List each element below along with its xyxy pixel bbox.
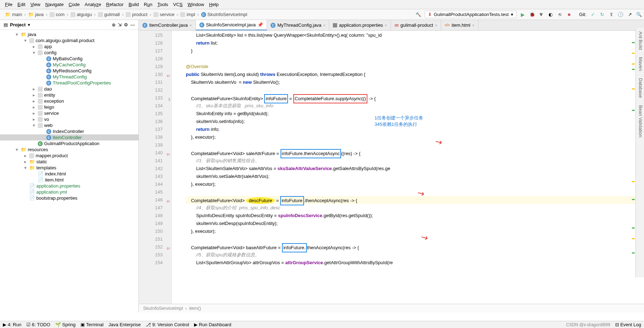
- code-editor[interactable]: 125 126 127 128 129 130o↑ 131 132 133λ 1…: [139, 31, 644, 304]
- error-stripe[interactable]: [631, 39, 635, 274]
- editor-tabs: CItemController.java× CSkuInfoServiceImp…: [139, 20, 644, 31]
- crumb-main[interactable]: 📁main: [2, 11, 25, 18]
- crumb-atguigu[interactable]: atguigu: [68, 11, 95, 18]
- override-icon[interactable]: o↑: [166, 72, 171, 77]
- bean-validation-tab[interactable]: Bean Validation: [637, 105, 643, 137]
- override-icon[interactable]: o↑: [166, 245, 171, 250]
- run-config-selector[interactable]: ⬇GulimallProductApplicationTests.test▾: [425, 11, 517, 18]
- status-terminal[interactable]: ▣ Terminal: [80, 322, 104, 327]
- locate-icon[interactable]: ⊕: [112, 22, 116, 27]
- vcs-new-icon[interactable]: ↗: [627, 12, 633, 17]
- project-tree[interactable]: ▾📁java ▾com.atguigu.gulimall.product ▸ap…: [0, 30, 138, 312]
- expand-icon[interactable]: ⇲: [118, 22, 122, 27]
- crumb-com[interactable]: com: [47, 11, 68, 18]
- database-tab[interactable]: Database: [637, 78, 643, 98]
- build-icon[interactable]: 🔨: [415, 12, 421, 17]
- crumb-file[interactable]: CSkuInfoServiceImpl: [198, 11, 250, 18]
- menu-edit[interactable]: Edit: [15, 1, 27, 8]
- crumb-product[interactable]: product: [123, 11, 150, 18]
- menu-window[interactable]: Window: [185, 1, 206, 8]
- menu-help[interactable]: Help: [207, 1, 221, 8]
- git-label: Git:: [579, 12, 586, 17]
- main-menu: FFileile Edit View Navigate Code Analyze…: [0, 0, 644, 9]
- tab-mythreadconfig[interactable]: CMyThreadConfig.java×: [267, 20, 329, 30]
- crumb-service[interactable]: service: [151, 11, 177, 18]
- tab-itemhtml[interactable]: </>item.html×: [441, 20, 478, 30]
- watermark: CSDN @x-dragon8899: [566, 322, 610, 327]
- gutter: 125 126 127 128 129 130o↑ 131 132 133λ 1…: [139, 31, 172, 304]
- status-spring[interactable]: 🌱 Spring: [55, 322, 75, 327]
- tab-skuinfoservice[interactable]: CSkuInfoServiceImpl.java📌: [196, 20, 267, 30]
- override-icon[interactable]: o↑: [166, 198, 171, 203]
- tree-item-itemcontroller[interactable]: CItemController: [0, 134, 138, 140]
- run-icon[interactable]: ▶: [520, 12, 526, 17]
- menu-view[interactable]: View: [28, 1, 42, 8]
- tab-gulimallproduct[interactable]: mgulimall-product×: [391, 20, 441, 30]
- menu-run[interactable]: Run: [142, 1, 155, 8]
- gear-icon[interactable]: ⚙: [124, 22, 128, 27]
- vcs-push-icon[interactable]: ⇧: [608, 12, 614, 17]
- override-icon[interactable]: o↑: [166, 150, 171, 155]
- menu-file[interactable]: FFileile: [3, 1, 15, 8]
- tab-itemcontroller[interactable]: CItemController.java×: [139, 20, 196, 30]
- menu-tools[interactable]: Tools: [155, 1, 170, 8]
- crumb-java[interactable]: 📁java: [25, 11, 47, 18]
- search-icon[interactable]: 🔍: [636, 12, 642, 17]
- status-vc[interactable]: ⎇ 9: Version Control: [146, 322, 189, 327]
- menu-navigate[interactable]: Navigate: [43, 1, 66, 8]
- nav-bar: 📁main› 📁java› com› atguigu› gulimall› pr…: [0, 9, 644, 20]
- vcs-commit-icon[interactable]: ↻: [599, 12, 605, 17]
- cursor-highlight: descFuture: [246, 197, 275, 204]
- menu-build[interactable]: Build: [126, 1, 141, 8]
- status-run[interactable]: ▶ 4: Run: [3, 322, 21, 327]
- project-title: Project: [10, 22, 26, 27]
- project-panel-icon: ▤: [4, 22, 8, 27]
- menu-vcs[interactable]: VCS: [171, 1, 185, 8]
- right-tool-strip: Ant Build Maven Database Bean Validation: [635, 28, 644, 277]
- crumb-gulimall[interactable]: gulimall: [95, 11, 123, 18]
- code-content[interactable]: List<SkuInfoEntity> list = this.list(new…: [172, 31, 644, 304]
- editor-breadcrumb[interactable]: SkuInfoServiceImpl › item(): [139, 304, 644, 312]
- tab-appprops[interactable]: application.properties×: [329, 20, 391, 30]
- attach-icon[interactable]: ⎋: [557, 12, 563, 17]
- project-tool-window: ▤ Project ▾ ⊕ ⇲ ⚙ — ▾📁java ▾com.atguigu.…: [0, 20, 139, 312]
- maven-tab[interactable]: Maven: [637, 57, 643, 71]
- coverage-icon[interactable]: ⛛: [539, 12, 544, 17]
- editor-area: CItemController.java× CSkuInfoServiceImp…: [139, 20, 644, 312]
- stop-icon[interactable]: ■: [566, 12, 572, 17]
- status-java[interactable]: Java Enterprise: [109, 322, 141, 327]
- lambda-icon[interactable]: λ: [166, 96, 171, 101]
- debug-icon[interactable]: 🐞: [529, 12, 535, 17]
- status-todo[interactable]: ☑ 6: TODO: [26, 322, 50, 327]
- crumb-impl[interactable]: impl: [177, 11, 198, 18]
- vcs-update-icon[interactable]: ✓: [590, 12, 596, 17]
- status-dash[interactable]: ▶ Run Dashboard: [194, 322, 231, 327]
- status-bar: ▶ 4: Run ☑ 6: TODO 🌱 Spring ▣ Terminal J…: [0, 321, 644, 328]
- ant-build-tab[interactable]: Ant Build: [637, 31, 643, 50]
- vcs-history-icon[interactable]: 🕓: [618, 12, 623, 17]
- profiler-icon[interactable]: ◐: [548, 12, 554, 17]
- status-eventlog[interactable]: ⊟ Event Log: [615, 322, 641, 327]
- menu-refactor[interactable]: Refactor: [104, 1, 126, 8]
- annotation-note: 1任务创建一个异步任务345依赖1任务的执行: [375, 115, 423, 128]
- menu-analyze[interactable]: Analyze: [83, 1, 103, 8]
- menu-code[interactable]: Code: [67, 1, 82, 8]
- hide-icon[interactable]: —: [130, 22, 135, 27]
